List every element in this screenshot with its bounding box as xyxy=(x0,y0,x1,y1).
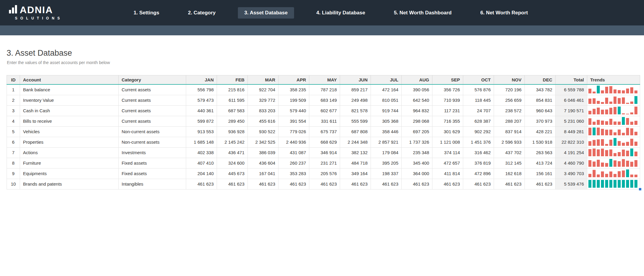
account-cell[interactable]: Vehicles xyxy=(20,126,119,137)
row-id-cell[interactable]: 8 xyxy=(7,158,20,168)
account-cell[interactable]: Cash in Cash xyxy=(20,105,119,116)
month-value-cell-oct[interactable]: 902 292 xyxy=(463,126,494,137)
month-value-cell-dec[interactable]: 1 530 918 xyxy=(525,137,556,147)
month-value-cell-may[interactable]: 331 611 xyxy=(309,116,340,126)
month-value-cell-nov[interactable]: 162 618 xyxy=(494,168,525,179)
month-value-cell-feb[interactable]: 445 673 xyxy=(217,168,248,179)
month-value-cell-aug[interactable]: 298 068 xyxy=(402,116,432,126)
month-value-cell-feb[interactable]: 461 623 xyxy=(217,179,248,189)
month-value-cell-jul[interactable]: 179 084 xyxy=(371,147,402,158)
row-id-cell[interactable]: 2 xyxy=(7,95,20,105)
tab-4-liability-database[interactable]: 4. Liability Database xyxy=(310,7,371,19)
trends-cell[interactable] xyxy=(587,179,640,189)
month-value-cell-feb[interactable]: 215 816 xyxy=(217,84,248,95)
month-value-cell-apr[interactable]: 358 235 xyxy=(279,84,309,95)
category-cell[interactable]: Current assets xyxy=(119,105,186,116)
month-value-cell-jun[interactable]: 687 808 xyxy=(340,126,371,137)
row-id-cell[interactable]: 10 xyxy=(7,179,20,189)
month-value-cell-oct[interactable]: 24 707 xyxy=(463,105,494,116)
category-cell[interactable]: Fixed assets xyxy=(119,168,186,179)
row-id-cell[interactable]: 7 xyxy=(7,147,20,158)
month-value-cell-jul[interactable]: 919 744 xyxy=(371,105,402,116)
month-value-cell-dec[interactable]: 370 973 xyxy=(525,116,556,126)
month-value-cell-nov[interactable]: 288 207 xyxy=(494,116,525,126)
row-id-cell[interactable]: 3 xyxy=(7,105,20,116)
account-cell[interactable]: Inventory Value xyxy=(20,95,119,105)
account-cell[interactable]: Bank balance xyxy=(20,84,119,95)
month-value-cell-sep[interactable]: 472 657 xyxy=(432,158,463,168)
category-cell[interactable]: Non-current assets xyxy=(119,126,186,137)
month-value-cell-dec[interactable]: 854 831 xyxy=(525,95,556,105)
total-cell[interactable]: 22 822 310 xyxy=(556,137,587,147)
month-value-cell-jul[interactable]: 2 857 921 xyxy=(371,137,402,147)
month-value-cell-may[interactable]: 602 677 xyxy=(309,105,340,116)
month-value-cell-apr[interactable]: 579 440 xyxy=(279,105,309,116)
month-value-cell-apr[interactable]: 353 283 xyxy=(279,168,309,179)
trends-cell[interactable] xyxy=(587,158,640,168)
category-cell[interactable]: Current assets xyxy=(119,84,186,95)
month-value-cell-nov[interactable]: 238 572 xyxy=(494,105,525,116)
month-value-cell-jul[interactable]: 198 337 xyxy=(371,168,402,179)
month-value-cell-sep[interactable]: 1 121 008 xyxy=(432,137,463,147)
month-value-cell-jan[interactable]: 599 872 xyxy=(186,116,217,126)
month-value-cell-may[interactable]: 787 218 xyxy=(309,84,340,95)
month-value-cell-oct[interactable]: 316 462 xyxy=(463,147,494,158)
month-value-cell-dec[interactable]: 343 782 xyxy=(525,84,556,95)
month-value-cell-jan[interactable]: 1 685 148 xyxy=(186,137,217,147)
row-id-cell[interactable]: 4 xyxy=(7,116,20,126)
total-cell[interactable]: 5 539 476 xyxy=(556,179,587,189)
month-value-cell-aug[interactable]: 1 737 326 xyxy=(402,137,432,147)
account-cell[interactable]: Actions xyxy=(20,147,119,158)
month-value-cell-oct[interactable]: 628 387 xyxy=(463,116,494,126)
month-value-cell-apr[interactable]: 199 509 xyxy=(279,95,309,105)
month-value-cell-may[interactable]: 231 271 xyxy=(309,158,340,168)
month-value-cell-aug[interactable]: 364 000 xyxy=(402,168,432,179)
month-value-cell-aug[interactable]: 964 832 xyxy=(402,105,432,116)
month-value-cell-feb[interactable]: 936 928 xyxy=(217,126,248,137)
month-value-cell-dec[interactable]: 428 221 xyxy=(525,126,556,137)
month-value-cell-sep[interactable]: 411 814 xyxy=(432,168,463,179)
row-id-cell[interactable]: 1 xyxy=(7,84,20,95)
category-cell[interactable]: Current assets xyxy=(119,95,186,105)
month-value-cell-may[interactable]: 461 623 xyxy=(309,179,340,189)
month-value-cell-mar[interactable]: 436 604 xyxy=(248,158,279,168)
month-value-cell-jan[interactable]: 402 338 xyxy=(186,147,217,158)
month-value-cell-may[interactable]: 675 737 xyxy=(309,126,340,137)
month-value-cell-oct[interactable]: 461 623 xyxy=(463,179,494,189)
month-value-cell-nov[interactable]: 461 623 xyxy=(494,179,525,189)
month-value-cell-jul[interactable]: 395 205 xyxy=(371,158,402,168)
month-value-cell-dec[interactable]: 156 161 xyxy=(525,168,556,179)
month-value-cell-jul[interactable]: 305 368 xyxy=(371,116,402,126)
account-cell[interactable]: Furniture xyxy=(20,158,119,168)
category-cell[interactable]: Current assets xyxy=(119,116,186,126)
category-cell[interactable]: Non-current assets xyxy=(119,137,186,147)
month-value-cell-jun[interactable]: 349 164 xyxy=(340,168,371,179)
month-value-cell-jul[interactable]: 358 446 xyxy=(371,126,402,137)
month-value-cell-jun[interactable]: 555 599 xyxy=(340,116,371,126)
total-cell[interactable]: 8 449 281 xyxy=(556,126,587,137)
month-value-cell-apr[interactable]: 2 440 936 xyxy=(279,137,309,147)
month-value-cell-feb[interactable]: 611 595 xyxy=(217,95,248,105)
trends-cell[interactable] xyxy=(587,105,640,116)
month-value-cell-jun[interactable]: 859 217 xyxy=(340,84,371,95)
month-value-cell-may[interactable]: 346 914 xyxy=(309,147,340,158)
account-cell[interactable]: Bills to receive xyxy=(20,116,119,126)
month-value-cell-mar[interactable]: 922 704 xyxy=(248,84,279,95)
trends-cell[interactable] xyxy=(587,116,640,126)
month-value-cell-apr[interactable]: 461 623 xyxy=(279,179,309,189)
month-value-cell-aug[interactable]: 461 623 xyxy=(402,179,432,189)
total-cell[interactable]: 6 559 788 xyxy=(556,84,587,95)
month-value-cell-apr[interactable]: 431 087 xyxy=(279,147,309,158)
month-value-cell-sep[interactable]: 374 114 xyxy=(432,147,463,158)
row-id-cell[interactable]: 6 xyxy=(7,137,20,147)
month-value-cell-aug[interactable]: 697 205 xyxy=(402,126,432,137)
month-value-cell-dec[interactable]: 461 623 xyxy=(525,179,556,189)
trends-cell[interactable] xyxy=(587,147,640,158)
total-cell[interactable]: 5 231 060 xyxy=(556,116,587,126)
month-value-cell-aug[interactable]: 345 400 xyxy=(402,158,432,168)
month-value-cell-jan[interactable]: 461 623 xyxy=(186,179,217,189)
month-value-cell-jan[interactable]: 556 798 xyxy=(186,84,217,95)
month-value-cell-nov[interactable]: 256 659 xyxy=(494,95,525,105)
tab-1-settings[interactable]: 1. Settings xyxy=(127,7,166,19)
month-value-cell-nov[interactable]: 720 196 xyxy=(494,84,525,95)
